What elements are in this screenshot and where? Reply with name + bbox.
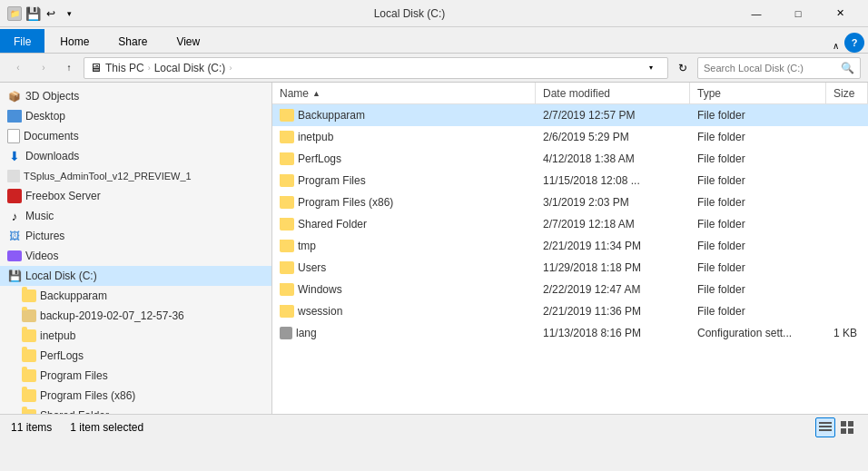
folder-icon-backup2019 bbox=[22, 309, 36, 322]
localdisk-icon: 💾 bbox=[7, 269, 22, 283]
table-row[interactable]: wsession 2/21/2019 11:36 PM File folder bbox=[272, 300, 868, 322]
cell-type-programfilesx86: File folder bbox=[690, 196, 826, 209]
tab-view[interactable]: View bbox=[163, 29, 213, 53]
sidebar-label-backup2019: backup-2019-02-07_12-57-36 bbox=[40, 309, 184, 322]
search-box[interactable]: 🔍 bbox=[697, 57, 861, 79]
sidebar: 📦 3D Objects Desktop Documents ⬇ Downloa… bbox=[0, 83, 272, 414]
col-header-size[interactable]: Size bbox=[826, 83, 868, 103]
table-row[interactable]: PerfLogs 4/12/2018 1:38 AM File folder bbox=[272, 148, 868, 170]
cell-date-inetpub: 2/6/2019 5:29 PM bbox=[536, 131, 690, 143]
ribbon-collapse-button[interactable]: ∧ bbox=[827, 39, 844, 53]
forward-button[interactable]: › bbox=[33, 57, 54, 79]
help-button[interactable]: ? bbox=[844, 33, 864, 53]
sidebar-item-desktop[interactable]: Desktop bbox=[0, 106, 271, 126]
tab-share[interactable]: Share bbox=[104, 29, 161, 53]
table-row[interactable]: Shared Folder 2/7/2019 12:18 AM File fol… bbox=[272, 213, 868, 235]
table-row[interactable]: Program Files (x86) 3/1/2019 2:03 PM Fil… bbox=[272, 191, 868, 213]
sidebar-item-freebox[interactable]: Freebox Server bbox=[0, 186, 271, 206]
sidebar-item-backupparam[interactable]: Backupparam bbox=[0, 286, 271, 306]
desktop-icon bbox=[7, 110, 22, 123]
quick-access-down[interactable]: ▾ bbox=[62, 6, 76, 21]
sidebar-item-perflogs-sub[interactable]: PerfLogs bbox=[0, 346, 271, 366]
sidebar-label-inetpub-sub: inetpub bbox=[40, 329, 75, 342]
sidebar-label-pictures: Pictures bbox=[25, 230, 64, 242]
back-button[interactable]: ‹ bbox=[7, 57, 29, 79]
sidebar-item-programfilesx86-sub[interactable]: Program Files (x86) bbox=[0, 386, 271, 406]
table-row[interactable]: Windows 2/22/2019 12:47 AM File folder bbox=[272, 279, 868, 300]
cell-type-inetpub: File folder bbox=[690, 131, 826, 143]
cell-type-lang: Configuration sett... bbox=[690, 327, 826, 339]
address-field[interactable]: 🖥 This PC › Local Disk (C:) › ▾ bbox=[84, 57, 668, 79]
sidebar-item-tsplus[interactable]: TSplus_AdminTool_v12_PREVIEW_1 bbox=[0, 166, 271, 186]
sidebar-label-perflogs-sub: PerfLogs bbox=[40, 349, 84, 362]
address-part-localdisk: Local Disk (C:) bbox=[154, 62, 226, 74]
cell-date-tmp: 2/21/2019 11:34 PM bbox=[536, 240, 690, 252]
sidebar-item-pictures[interactable]: 🖼 Pictures bbox=[0, 226, 271, 246]
search-icon: 🔍 bbox=[841, 62, 854, 74]
main-area: 📦 3D Objects Desktop Documents ⬇ Downloa… bbox=[0, 83, 868, 414]
videos-icon bbox=[7, 250, 22, 261]
table-row[interactable]: Program Files 11/15/2018 12:08 ... File … bbox=[272, 170, 868, 191]
sidebar-item-inetpub-sub[interactable]: inetpub bbox=[0, 326, 271, 346]
address-chevron-1: › bbox=[148, 64, 151, 73]
cell-date-lang: 11/13/2018 8:16 PM bbox=[536, 327, 690, 339]
cell-size-lang: 1 KB bbox=[826, 327, 868, 339]
sidebar-item-backup2019[interactable]: backup-2019-02-07_12-57-36 bbox=[0, 306, 271, 326]
close-button[interactable]: ✕ bbox=[819, 0, 861, 27]
svg-rect-1 bbox=[819, 426, 832, 427]
folder-icon-programfiles-sub bbox=[22, 369, 36, 382]
large-icons-view-button[interactable] bbox=[837, 417, 857, 437]
up-button[interactable]: ↑ bbox=[58, 57, 80, 79]
cell-name-programfiles: Program Files bbox=[272, 174, 536, 187]
folder-icon-sharedfolder-sub bbox=[22, 409, 36, 414]
col-header-type[interactable]: Type bbox=[690, 83, 826, 103]
items-count: 11 items bbox=[11, 421, 52, 434]
sidebar-label-downloads: Downloads bbox=[25, 150, 79, 162]
col-header-name[interactable]: Name ▲ bbox=[272, 83, 536, 103]
table-row[interactable]: Users 11/29/2018 1:18 PM File folder bbox=[272, 257, 868, 279]
address-bar: ‹ › ↑ 🖥 This PC › Local Disk (C:) › ▾ ↻ … bbox=[0, 54, 868, 83]
col-header-date[interactable]: Date modified bbox=[536, 83, 690, 103]
svg-rect-4 bbox=[848, 421, 853, 427]
drive-icon: 🖥 bbox=[90, 61, 102, 74]
sidebar-item-localdisk[interactable]: 💾 Local Disk (C:) bbox=[0, 266, 271, 286]
sidebar-item-3dobjects[interactable]: 📦 3D Objects bbox=[0, 86, 271, 106]
tab-home[interactable]: Home bbox=[46, 29, 103, 53]
table-row[interactable]: inetpub 2/6/2019 5:29 PM File folder bbox=[272, 126, 868, 148]
table-row[interactable]: Backupparam 2/7/2019 12:57 PM File folde… bbox=[272, 104, 868, 126]
cell-name-sharedfolder: Shared Folder bbox=[272, 218, 536, 231]
quick-access-save[interactable]: 💾 bbox=[25, 6, 40, 21]
table-row[interactable]: tmp 2/21/2019 11:34 PM File folder bbox=[272, 235, 868, 257]
sidebar-item-sharedfolder-sub[interactable]: Shared Folder bbox=[0, 406, 271, 414]
cell-date-programfilesx86: 3/1/2019 2:03 PM bbox=[536, 196, 690, 209]
table-row[interactable]: lang 11/13/2018 8:16 PM Configuration se… bbox=[272, 322, 868, 344]
tsplus-icon bbox=[7, 170, 20, 182]
tab-file[interactable]: File bbox=[0, 29, 44, 53]
file-list: Backupparam 2/7/2019 12:57 PM File folde… bbox=[272, 104, 868, 414]
sidebar-item-downloads[interactable]: ⬇ Downloads bbox=[0, 146, 271, 166]
sidebar-label-localdisk: Local Disk (C:) bbox=[25, 270, 97, 282]
address-part-thispc: This PC bbox=[105, 62, 144, 74]
status-bar: 11 items 1 item selected bbox=[0, 414, 868, 439]
view-buttons bbox=[815, 417, 857, 437]
sidebar-label-sharedfolder-sub: Shared Folder bbox=[40, 409, 109, 414]
downloads-icon: ⬇ bbox=[7, 149, 22, 163]
sidebar-item-programfiles-sub[interactable]: Program Files bbox=[0, 366, 271, 386]
sidebar-item-music[interactable]: ♪ Music bbox=[0, 206, 271, 226]
sidebar-label-tsplus: TSplus_AdminTool_v12_PREVIEW_1 bbox=[24, 171, 192, 182]
refresh-button[interactable]: ↻ bbox=[672, 57, 694, 79]
address-dropdown-button[interactable]: ▾ bbox=[640, 57, 662, 79]
sidebar-item-documents[interactable]: Documents bbox=[0, 126, 271, 146]
cell-type-perflogs: File folder bbox=[690, 152, 826, 165]
cell-name-tmp: tmp bbox=[272, 240, 536, 252]
details-view-button[interactable] bbox=[815, 417, 835, 437]
content-area: Name ▲ Date modified Type Size Backuppar… bbox=[272, 83, 868, 414]
cell-type-tmp: File folder bbox=[690, 240, 826, 252]
svg-rect-5 bbox=[841, 428, 846, 434]
maximize-button[interactable]: □ bbox=[777, 0, 819, 27]
sidebar-label-desktop: Desktop bbox=[25, 110, 65, 123]
sidebar-item-videos[interactable]: Videos bbox=[0, 246, 271, 266]
search-input[interactable] bbox=[704, 63, 841, 74]
minimize-button[interactable]: — bbox=[735, 0, 777, 27]
quick-access-undo[interactable]: ↩ bbox=[44, 6, 58, 21]
